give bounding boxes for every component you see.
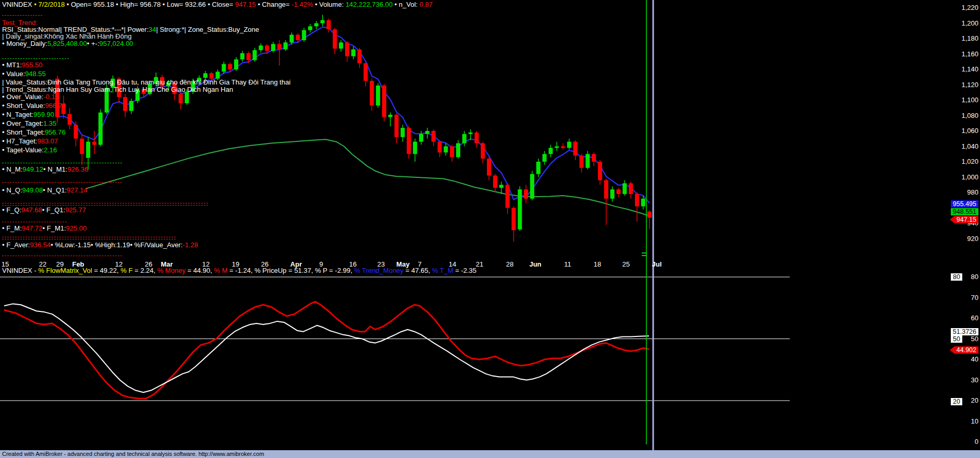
info-line-segment: • N_M: xyxy=(2,165,22,173)
date-label: 11 xyxy=(564,260,571,268)
info-line-segment: • N_Taget: xyxy=(2,111,33,118)
info-line: • N_Taget:959.90 xyxy=(2,111,54,118)
info-line-segment: • +-: xyxy=(87,40,100,47)
candle-body xyxy=(474,132,479,143)
date-label: Jul xyxy=(652,260,662,268)
info-line: • F_Aver:936.54• %Low:-1.15• %High:1.19•… xyxy=(2,242,198,249)
info-line: • Short_Value:966.70 xyxy=(2,102,66,110)
info-line-segment: • Over_Taget: xyxy=(2,119,43,127)
osc-marker: 80 xyxy=(951,273,962,281)
candle-body xyxy=(400,128,405,137)
candle-body xyxy=(647,212,652,218)
info-line: • Over_Value:-0.15 xyxy=(2,93,59,101)
candle-body xyxy=(511,208,516,231)
candle-body xyxy=(493,176,497,188)
candle-body xyxy=(314,23,318,27)
candle-body xyxy=(364,63,368,81)
info-line-segment: 983.07 xyxy=(37,137,58,145)
info-line-segment: 959.90 xyxy=(33,111,54,118)
info-line: • H7_Taget:983.07 xyxy=(2,138,58,145)
title-segment: 7/2/2018 xyxy=(39,1,65,8)
separator-line xyxy=(2,222,67,222)
chart-canvas[interactable] xyxy=(0,0,980,458)
info-line-segment: 947.68 xyxy=(21,206,42,214)
osc-title-segment: VNINDEX - xyxy=(2,267,38,274)
info-line-segment: • N_M1: xyxy=(43,165,67,173)
date-label: 28 xyxy=(506,260,513,268)
info-line: • N_M:949.12• N_M1:926.36 xyxy=(2,166,88,173)
candle-body xyxy=(617,189,621,194)
title-segment: 142,222,736.00 xyxy=(346,1,393,8)
osc-axis-label: 50 xyxy=(971,335,978,343)
date-label: 18 xyxy=(594,260,601,268)
info-line-segment: 955.50 xyxy=(22,61,43,69)
info-line-segment: • F_M: xyxy=(2,224,22,232)
candle-body xyxy=(604,180,608,198)
candle-body xyxy=(518,189,522,230)
candle-body xyxy=(185,92,189,103)
candle-body xyxy=(610,189,615,199)
candle-body xyxy=(216,71,220,78)
info-line: • MT1:955.50 xyxy=(2,62,43,69)
info-line-segment: • MT1: xyxy=(2,61,22,69)
candle-body xyxy=(592,154,596,162)
info-line-segment: 34 xyxy=(149,26,156,33)
price-axis-label: 1,000 xyxy=(961,174,978,181)
candle-body xyxy=(129,101,133,111)
candle-body xyxy=(543,154,547,162)
info-line-segment: • Value: xyxy=(2,70,25,78)
price-axis-label: 980 xyxy=(967,189,978,196)
candle-body xyxy=(622,183,627,194)
amibroker-credit-text: Created with AmiBroker - advanced charti… xyxy=(2,451,264,457)
candle-body xyxy=(92,142,96,145)
osc-axis-label: 20 xyxy=(971,397,978,404)
candle-body xyxy=(641,199,645,207)
osc-marker: 50 xyxy=(951,335,962,343)
info-line: | Trend_Status:Ngan Han Suy Giam, Tich L… xyxy=(2,86,233,93)
osc-title-segment: = 44.90, xyxy=(188,267,214,274)
status-bar: Created with AmiBroker - advanced charti… xyxy=(0,450,980,458)
candle-body xyxy=(99,113,103,145)
candle-body xyxy=(419,134,423,142)
green-tick-mark xyxy=(642,252,647,254)
date-label: Jun xyxy=(529,260,541,268)
separator-line xyxy=(2,58,69,59)
info-line-segment: 956.76 xyxy=(45,128,66,136)
osc-title-segment: % M xyxy=(214,267,229,274)
oscillator-line-white xyxy=(4,304,649,392)
price-axis-label: 1,020 xyxy=(961,158,978,165)
separator-line xyxy=(2,256,122,256)
osc-axis-label: 30 xyxy=(971,377,978,384)
info-line-segment: 947.72 xyxy=(22,224,43,232)
candle-body xyxy=(462,134,467,143)
price-axis-label: 1,080 xyxy=(961,112,978,119)
candle-body xyxy=(247,53,251,60)
info-line-segment: • N_Q: xyxy=(2,186,22,194)
candle-body xyxy=(481,143,485,159)
osc-title-segment: = 49.22, xyxy=(94,267,120,274)
price-marker: 947.15 xyxy=(954,216,978,223)
candle-body xyxy=(388,115,393,117)
info-line-segment: 1.35 xyxy=(43,119,56,127)
candle-body xyxy=(80,139,84,154)
candle-body xyxy=(432,131,436,142)
candle-body xyxy=(302,30,306,40)
candle-body xyxy=(203,73,207,78)
osc-axis-label: 0 xyxy=(975,438,978,445)
info-line: • F_Q:947.68• F_Q1:925.77 xyxy=(2,207,86,214)
candle-body xyxy=(573,142,578,156)
info-line-segment: 966.70 xyxy=(45,102,66,110)
candle-body xyxy=(271,44,275,51)
info-line: | Daily_singal:Không Xác Nhân Hành Đông xyxy=(2,33,131,40)
candle-body xyxy=(598,162,602,180)
info-line: • Money_Daily:5,825,408.00• +-:957,024.0… xyxy=(2,40,133,47)
candle-body xyxy=(351,50,356,56)
price-axis-label: 1,180 xyxy=(961,35,978,42)
candle-body xyxy=(444,147,448,153)
info-line-segment: • Short_Taget: xyxy=(2,128,45,136)
info-line-segment: | Value_Status:Đinh Gia Tang Truong. Đâu… xyxy=(2,78,290,86)
osc-axis-label: 60 xyxy=(971,315,978,322)
candle-body xyxy=(506,185,510,208)
osc-title-segment: % T_M xyxy=(432,267,456,274)
title-segment: -1.42% xyxy=(291,1,313,8)
